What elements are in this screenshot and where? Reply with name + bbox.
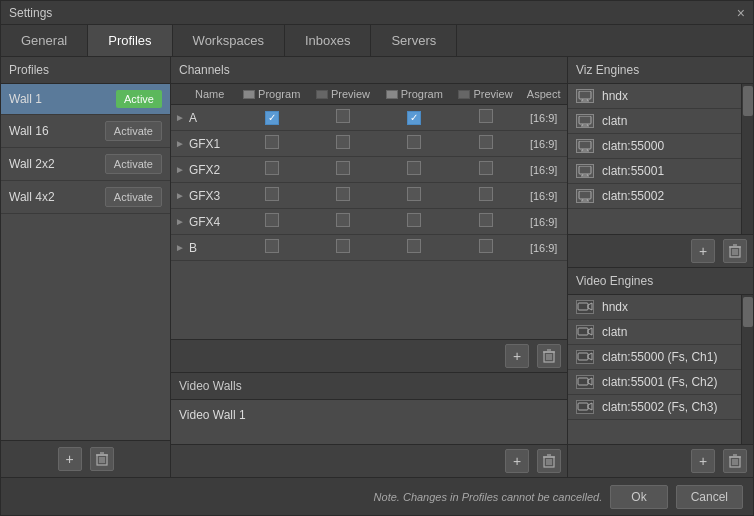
video-engine-name: clatn:55002 (Fs, Ch3) [602, 400, 717, 414]
svg-marker-47 [588, 328, 592, 335]
expand-icon[interactable]: ► [175, 112, 185, 123]
checkbox-pv2-b[interactable] [479, 239, 493, 253]
add-profile-button[interactable]: + [58, 447, 82, 471]
delete-video-engine-button[interactable] [723, 449, 747, 473]
delete-profile-button[interactable] [90, 447, 114, 471]
checkbox-pv1-a[interactable] [336, 109, 350, 123]
video-walls-footer: + [171, 444, 567, 477]
video-engine-item-4[interactable]: clatn:55002 (Fs, Ch3) [568, 395, 741, 420]
viz-engine-item-4[interactable]: clatn:55002 [568, 184, 741, 209]
svg-rect-48 [578, 353, 588, 360]
checkbox-p1-gfx4[interactable] [265, 213, 279, 227]
add-viz-engine-button[interactable]: + [691, 239, 715, 263]
channel-row-b[interactable]: ► B [16:9] [171, 235, 567, 261]
add-videowall-button[interactable]: + [505, 449, 529, 473]
video-engine-name: clatn:55000 (Fs, Ch1) [602, 350, 717, 364]
video-walls-header: Video Walls [171, 373, 567, 400]
checkbox-pv1-b[interactable] [336, 239, 350, 253]
active-button-wall1[interactable]: Active [116, 90, 162, 108]
video-engine-item-1[interactable]: clatn [568, 320, 741, 345]
add-video-engine-button[interactable]: + [691, 449, 715, 473]
cancel-button[interactable]: Cancel [676, 485, 743, 509]
checkbox-pv2-gfx2[interactable] [479, 161, 493, 175]
checkbox-p2-gfx2[interactable] [407, 161, 421, 175]
checkbox-p1-gfx1[interactable] [265, 135, 279, 149]
tab-profiles[interactable]: Profiles [88, 25, 172, 56]
video-engine-item-3[interactable]: clatn:55001 (Fs, Ch2) [568, 370, 741, 395]
checkbox-pv2-gfx1[interactable] [479, 135, 493, 149]
checkbox-pv2-a[interactable] [479, 109, 493, 123]
checkbox-p2-b[interactable] [407, 239, 421, 253]
expand-icon[interactable]: ► [175, 242, 185, 253]
delete-channel-button[interactable] [537, 344, 561, 368]
profile-item-wall1[interactable]: Wall 1 Active [1, 84, 170, 115]
channel-row-a[interactable]: ► A [16:9] [171, 105, 567, 131]
video-scrollbar[interactable] [741, 295, 753, 445]
profile-item-wall2x2[interactable]: Wall 2x2 Activate [1, 148, 170, 181]
close-button[interactable]: × [737, 5, 745, 21]
checkbox-p1-gfx2[interactable] [265, 161, 279, 175]
delete-viz-engine-button[interactable] [723, 239, 747, 263]
checkbox-p1-a[interactable] [265, 111, 279, 125]
settings-window: Settings × General Profiles Workspaces I… [0, 0, 754, 516]
channel-row-gfx2[interactable]: ► GFX2 [16:9] [171, 157, 567, 183]
viz-engines-section: Viz Engines hndx clatn [568, 57, 753, 268]
checkbox-pv1-gfx1[interactable] [336, 135, 350, 149]
video-engines-section: Video Engines hndx clatn [568, 268, 753, 478]
expand-icon[interactable]: ► [175, 138, 185, 149]
expand-icon[interactable]: ► [175, 216, 185, 227]
expand-icon[interactable]: ► [175, 164, 185, 175]
viz-engine-item-2[interactable]: clatn:55000 [568, 134, 741, 159]
svg-marker-51 [588, 378, 592, 385]
videowall-item-1[interactable]: Video Wall 1 [171, 400, 567, 430]
checkbox-pv1-gfx4[interactable] [336, 213, 350, 227]
checkbox-pv1-gfx3[interactable] [336, 187, 350, 201]
channel-name: B [189, 241, 197, 255]
checkbox-p2-a[interactable] [407, 111, 421, 125]
profile-item-wall4x2[interactable]: Wall 4x2 Activate [1, 181, 170, 214]
camera-icon [576, 375, 594, 389]
engines-panel: Viz Engines hndx clatn [568, 57, 753, 477]
delete-videowall-button[interactable] [537, 449, 561, 473]
viz-engine-item-3[interactable]: clatn:55001 [568, 159, 741, 184]
video-engine-item-0[interactable]: hndx [568, 295, 741, 320]
channel-name: GFX2 [189, 163, 220, 177]
viz-engine-name: clatn:55002 [602, 189, 664, 203]
activate-button-wall4x2[interactable]: Activate [105, 187, 162, 207]
viz-engine-name: clatn:55000 [602, 139, 664, 153]
checkbox-p2-gfx1[interactable] [407, 135, 421, 149]
tab-inboxes[interactable]: Inboxes [285, 25, 372, 56]
profile-item-wall16[interactable]: Wall 16 Activate [1, 115, 170, 148]
checkbox-p1-b[interactable] [265, 239, 279, 253]
channels-panel: Channels Name [171, 57, 568, 477]
activate-button-wall2x2[interactable]: Activate [105, 154, 162, 174]
channels-trash-icon [543, 349, 555, 363]
video-engine-item-2[interactable]: clatn:55000 (Fs, Ch1) [568, 345, 741, 370]
checkbox-pv2-gfx3[interactable] [479, 187, 493, 201]
tab-general[interactable]: General [1, 25, 88, 56]
viz-engine-item-0[interactable]: hndx [568, 84, 741, 109]
channel-row-gfx4[interactable]: ► GFX4 [16:9] [171, 209, 567, 235]
checkbox-pv2-gfx4[interactable] [479, 213, 493, 227]
viz-scrollbar[interactable] [741, 84, 753, 234]
channel-row-gfx3[interactable]: ► GFX3 [16:9] [171, 183, 567, 209]
checkbox-p2-gfx4[interactable] [407, 213, 421, 227]
viz-engines-list-container: hndx clatn clatn:55000 [568, 84, 753, 234]
tab-servers[interactable]: Servers [371, 25, 457, 56]
checkbox-pv1-gfx2[interactable] [336, 161, 350, 175]
checkbox-p1-gfx3[interactable] [265, 187, 279, 201]
viz-engine-name: clatn:55001 [602, 164, 664, 178]
bottom-bar: Note. Changes in Profiles cannot be canc… [1, 477, 753, 515]
tab-workspaces[interactable]: Workspaces [173, 25, 285, 56]
viz-trash-icon [729, 244, 741, 258]
col-preview1: Preview [308, 84, 378, 105]
add-channel-button[interactable]: + [505, 344, 529, 368]
expand-icon[interactable]: ► [175, 190, 185, 201]
window-title: Settings [9, 6, 52, 20]
channel-row-gfx1[interactable]: ► GFX1 [16:9] [171, 131, 567, 157]
activate-button-wall16[interactable]: Activate [105, 121, 162, 141]
viz-engine-item-1[interactable]: clatn [568, 109, 741, 134]
checkbox-p2-gfx3[interactable] [407, 187, 421, 201]
ok-button[interactable]: Ok [610, 485, 667, 509]
col-program1: Program [235, 84, 308, 105]
